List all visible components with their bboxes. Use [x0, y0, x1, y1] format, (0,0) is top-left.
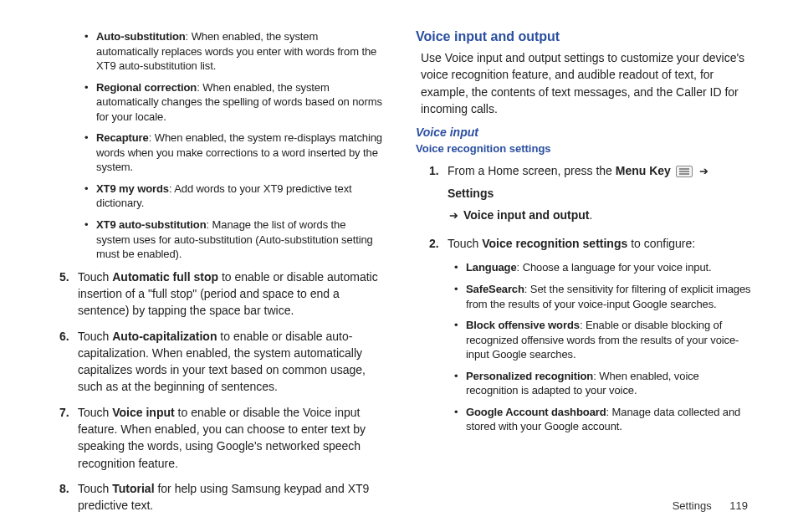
- list-item: Language: Choose a language for your voi…: [458, 260, 752, 275]
- step-number: 2.: [429, 235, 439, 252]
- step-7: 7. Touch Voice input to enable or disabl…: [64, 404, 382, 472]
- numbered-steps: 5. Touch Automatic full stop to enable o…: [46, 269, 382, 514]
- subheading-recognition-settings: Voice recognition settings: [416, 142, 752, 155]
- menu-key-icon: [676, 166, 693, 177]
- step-number: 1.: [429, 160, 439, 182]
- step-8: 8. Touch Tutorial for help using Samsung…: [64, 480, 382, 514]
- term: Personalized recognition: [466, 370, 593, 382]
- step-number: 5.: [59, 269, 69, 285]
- step-number: 6.: [59, 328, 69, 345]
- step-1: 1. From a Home screen, press the Menu Ke…: [434, 160, 752, 227]
- term: Block offensive words: [466, 319, 580, 331]
- text: Touch Voice input to enable or disable t…: [78, 406, 366, 470]
- footer-section: Settings: [673, 499, 712, 512]
- page-number: 119: [729, 499, 748, 512]
- text: Touch Automatic full stop to enable or d…: [78, 270, 378, 318]
- term: Google Account dashboard: [466, 406, 606, 418]
- term: XT9 my words: [96, 182, 169, 195]
- list-item: Auto-substitution: When enabled, the sys…: [88, 29, 382, 74]
- step-6: 6. Touch Auto-capitalization to enable o…: [64, 328, 382, 396]
- section-heading: Voice input and output: [416, 29, 752, 44]
- xt9-bullet-list: Auto-substitution: When enabled, the sys…: [46, 29, 382, 262]
- list-item: Block offensive words: Enable or disable…: [458, 318, 752, 362]
- left-column: Auto-substitution: When enabled, the sys…: [46, 29, 382, 523]
- text: Touch Auto-capitalization to enable or d…: [78, 330, 366, 394]
- arrow-icon: ➔: [699, 165, 708, 177]
- right-column: Voice input and output Use Voice input a…: [416, 29, 752, 523]
- list-item: Google Account dashboard: Manage data co…: [458, 405, 752, 434]
- text: Touch Tutorial for help using Samsung ke…: [78, 482, 369, 512]
- text: Touch Voice recognition settings to conf…: [448, 237, 695, 250]
- term: Language: [466, 261, 517, 274]
- term: Auto-substitution: [96, 30, 186, 43]
- step-number: 7.: [59, 404, 69, 421]
- step-2: 2. Touch Voice recognition settings to c…: [434, 235, 752, 252]
- term: Regional correction: [96, 81, 197, 94]
- list-item: Personalized recognition: When enabled, …: [458, 369, 752, 398]
- page-footer: Settings 119: [673, 499, 748, 512]
- list-item: SafeSearch: Set the sensitivity for filt…: [458, 282, 752, 311]
- step-number: 8.: [59, 480, 69, 497]
- term: XT9 auto-substitution: [96, 218, 207, 231]
- step-5: 5. Touch Automatic full stop to enable o…: [64, 269, 382, 320]
- voice-bullet-list: Language: Choose a language for your voi…: [416, 260, 752, 433]
- term: Recapture: [96, 131, 149, 144]
- text: From a Home screen, press the Menu Key ➔…: [448, 164, 710, 222]
- subheading-voice-input: Voice input: [416, 125, 752, 139]
- voice-steps: 1. From a Home screen, press the Menu Ke…: [416, 160, 752, 252]
- list-item: Recapture: When enabled, the system re-d…: [88, 130, 382, 175]
- arrow-icon: ➔: [449, 209, 458, 222]
- list-item: XT9 auto-substitution: Manage the list o…: [88, 217, 382, 262]
- list-item: XT9 my words: Add words to your XT9 pred…: [88, 182, 382, 211]
- section-intro: Use Voice input and output settings to c…: [421, 49, 752, 117]
- desc: : Choose a language for your voice input…: [517, 261, 712, 274]
- page-content: Auto-substitution: When enabled, the sys…: [46, 29, 752, 523]
- list-item: Regional correction: When enabled, the s…: [88, 80, 382, 125]
- term: SafeSearch: [466, 283, 524, 295]
